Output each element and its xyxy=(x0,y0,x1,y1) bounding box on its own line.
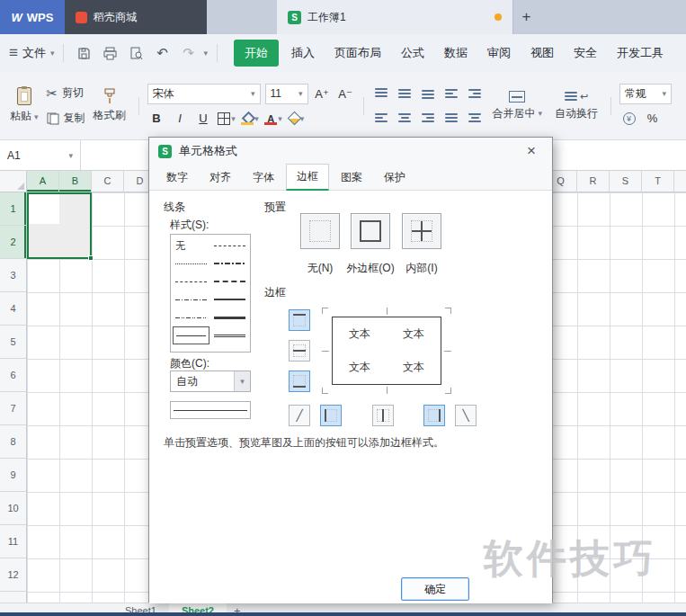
menu-view[interactable]: 视图 xyxy=(523,40,561,66)
menu-insert[interactable]: 插入 xyxy=(284,40,322,66)
select-all-corner[interactable] xyxy=(0,171,27,192)
justify-button[interactable] xyxy=(442,108,461,128)
row-header-6[interactable]: 6 xyxy=(0,359,26,392)
align-middle-button[interactable] xyxy=(396,84,414,103)
row-header-1[interactable]: 1 xyxy=(0,192,26,226)
align-top-button[interactable] xyxy=(372,84,391,103)
ok-button[interactable]: 确定 xyxy=(401,577,469,601)
color-caret-button[interactable]: ▾ xyxy=(234,371,250,391)
tab-protection[interactable]: 保护 xyxy=(374,165,415,190)
menu-page-layout[interactable]: 页面布局 xyxy=(327,40,388,66)
tab-font[interactable]: 字体 xyxy=(243,165,284,190)
tab-border[interactable]: 边框 xyxy=(286,164,329,191)
number-format-select[interactable]: 常规 ▾ xyxy=(619,84,672,104)
row-header-3[interactable]: 3 xyxy=(0,259,26,292)
column-header-B[interactable]: B xyxy=(59,171,92,192)
distribute-button[interactable] xyxy=(466,108,485,128)
align-bottom-button[interactable] xyxy=(419,84,438,103)
underline-button[interactable]: U xyxy=(194,109,213,129)
line-style-dashed-medium[interactable] xyxy=(211,272,248,290)
undo-button[interactable]: ↶ xyxy=(151,42,173,64)
row-header-11[interactable]: 11 xyxy=(0,525,26,558)
redo-button[interactable]: ↷ xyxy=(177,42,199,64)
column-header-R[interactable]: R xyxy=(577,171,610,192)
menu-developer[interactable]: 开发工具 xyxy=(610,40,671,66)
row-header-9[interactable]: 9 xyxy=(0,459,26,492)
color-select[interactable]: 自动 ▾ xyxy=(170,370,251,392)
column-header-S[interactable]: S xyxy=(610,171,642,192)
increase-font-button[interactable]: A⁺ xyxy=(313,84,332,103)
border-left-toggle[interactable] xyxy=(320,405,342,426)
menu-data[interactable]: 数据 xyxy=(437,40,475,66)
paste-button[interactable]: 粘贴▾ xyxy=(5,77,43,135)
line-style-dotted[interactable] xyxy=(173,254,209,272)
new-tab-button[interactable]: + xyxy=(512,0,539,34)
row-header-7[interactable]: 7 xyxy=(0,392,26,425)
preset-none-button[interactable] xyxy=(300,213,340,249)
fill-handle[interactable] xyxy=(88,255,94,261)
line-style-dash-dot-medium[interactable] xyxy=(211,254,248,272)
line-style-dash-dot[interactable] xyxy=(173,290,209,308)
row-header-5[interactable]: 5 xyxy=(0,326,26,359)
line-style-dashed-small[interactable] xyxy=(173,272,209,290)
line-style-dash-dot-dot[interactable] xyxy=(173,308,209,326)
column-header-U[interactable]: U xyxy=(674,171,686,192)
menu-home[interactable]: 开始 xyxy=(234,40,279,67)
menu-security[interactable]: 安全 xyxy=(566,40,604,66)
file-menu[interactable]: 文件 xyxy=(22,45,46,61)
column-header-A[interactable]: A xyxy=(27,171,59,192)
copy-button[interactable]: 复制 xyxy=(47,109,85,129)
row-header-2[interactable]: 2 xyxy=(0,226,26,259)
format-painter-button[interactable]: 格式刷 xyxy=(89,77,130,135)
print-preview-button[interactable] xyxy=(125,42,147,64)
row-header-8[interactable]: 8 xyxy=(0,425,26,459)
wps-logo-button[interactable]: W WPS xyxy=(0,0,65,34)
fill-color-button[interactable]: ▾ xyxy=(241,109,260,129)
selection-a1-b2[interactable] xyxy=(27,192,92,259)
name-box[interactable]: A1 ▾ xyxy=(0,140,81,170)
tab-alignment[interactable]: 对齐 xyxy=(200,165,241,190)
border-right-toggle[interactable] xyxy=(423,405,445,426)
tab-docer-mall[interactable]: 稻壳商城 xyxy=(65,0,207,34)
align-center-button[interactable] xyxy=(396,108,414,128)
align-left-button[interactable] xyxy=(372,108,391,128)
wrap-text-button[interactable]: ↩ 自动换行 xyxy=(550,77,602,135)
font-size-select[interactable]: 11 ▾ xyxy=(265,84,308,104)
increase-indent-button[interactable] xyxy=(466,84,485,103)
border-top-toggle[interactable] xyxy=(289,309,310,331)
file-menu-caret-icon[interactable]: ▾ xyxy=(50,49,55,58)
diagonal-down-toggle[interactable]: ╲ xyxy=(455,405,477,426)
percent-button[interactable]: % xyxy=(643,109,662,129)
decrease-font-button[interactable]: A⁻ xyxy=(336,84,355,103)
line-style-none[interactable]: 无 xyxy=(173,237,209,254)
clear-format-button[interactable]: ▾ xyxy=(288,109,307,129)
name-box-caret-icon[interactable]: ▾ xyxy=(68,151,73,160)
tab-number[interactable]: 数字 xyxy=(156,165,198,190)
column-header-C[interactable]: C xyxy=(92,171,124,192)
close-icon[interactable]: × xyxy=(520,142,543,160)
print-button[interactable] xyxy=(99,42,120,64)
save-button[interactable] xyxy=(73,42,94,64)
line-style-double[interactable] xyxy=(211,326,248,344)
font-name-select[interactable]: 宋体 ▾ xyxy=(147,84,261,104)
border-style-list[interactable]: 无 xyxy=(170,234,251,353)
line-style-solid-thick[interactable] xyxy=(211,308,248,326)
menu-review[interactable]: 审阅 xyxy=(480,40,518,66)
border-bottom-toggle[interactable] xyxy=(289,370,310,392)
diagonal-up-toggle[interactable]: ╱ xyxy=(289,405,310,426)
row-header-12[interactable]: 12 xyxy=(0,558,26,592)
tab-pattern[interactable]: 图案 xyxy=(331,165,372,190)
preset-inside-button[interactable] xyxy=(402,213,441,249)
undo-caret-icon[interactable]: ▾ xyxy=(203,49,208,58)
cut-button[interactable]: ✂剪切 xyxy=(47,84,85,103)
currency-button[interactable]: ¥ xyxy=(619,109,638,129)
column-header-T[interactable]: T xyxy=(642,171,674,192)
hamburger-icon[interactable]: ≡ xyxy=(9,44,18,62)
row-header-10[interactable]: 10 xyxy=(0,492,26,525)
tab-workbook1[interactable]: S 工作簿1 xyxy=(277,0,512,34)
line-style-thin-solid-selected[interactable] xyxy=(173,326,209,344)
menu-formulas[interactable]: 公式 xyxy=(394,40,432,66)
bold-button[interactable]: B xyxy=(147,109,166,129)
italic-button[interactable]: I xyxy=(171,109,190,129)
borders-button[interactable]: ▾ xyxy=(218,109,236,129)
